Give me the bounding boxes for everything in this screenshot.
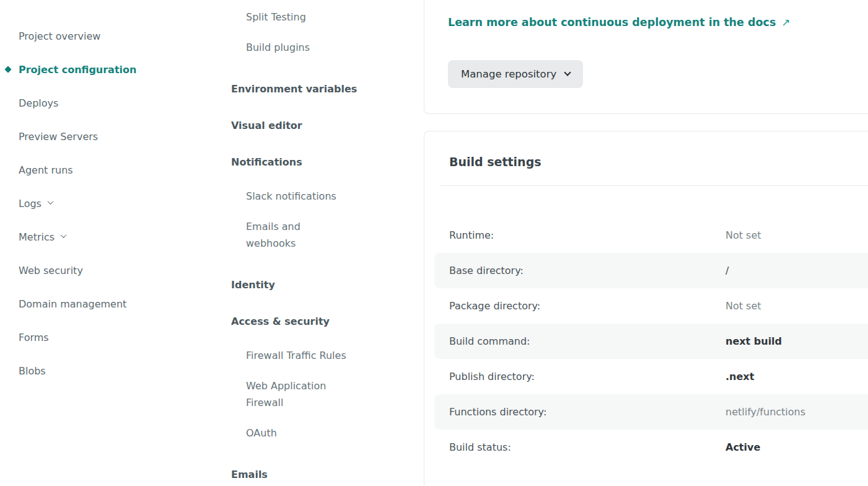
subnav-item-access-security[interactable]: Access & security (231, 313, 374, 330)
sidebar-item-metrics[interactable]: Metrics (0, 230, 221, 244)
main-content: Learn more about continuous deployment i… (424, 0, 868, 486)
table-row-build-status: Build status: Active (434, 430, 868, 465)
project-sidebar: Project overview Project configuration D… (0, 0, 221, 486)
subnav-item-firewall-traffic-rules[interactable]: Firewall Traffic Rules (246, 347, 351, 364)
docs-link[interactable]: Learn more about continuous deployment i… (448, 14, 791, 31)
subnav-item-web-application-firewall[interactable]: Web Application Firewall (246, 378, 351, 411)
row-value: / (726, 265, 729, 276)
row-label: Build command: (449, 335, 726, 347)
table-row-publish-directory: Publish directory: .next (434, 359, 868, 394)
sidebar-item-logs[interactable]: Logs (0, 197, 221, 210)
manage-repository-button-label: Manage repository (461, 68, 556, 80)
sidebar-item-label: Project configuration (19, 64, 136, 76)
row-label: Publish directory: (449, 371, 726, 382)
sidebar-item-label: Blobs (19, 365, 46, 377)
row-value: next build (726, 335, 782, 347)
sidebar-item-forms[interactable]: Forms (0, 330, 221, 344)
chevron-down-icon (47, 198, 53, 205)
chevron-down-icon (61, 232, 67, 238)
subnav-item-environment-variables[interactable]: Environment variables (231, 81, 374, 97)
row-value: netlify/functions (726, 406, 805, 418)
row-label: Functions directory: (449, 406, 726, 418)
row-label: Runtime: (449, 229, 726, 241)
table-row-package-directory: Package directory: Not set (434, 288, 868, 324)
sidebar-item-blobs[interactable]: Blobs (0, 364, 221, 378)
active-item-diamond-icon (4, 66, 11, 73)
sidebar-item-label: Metrics (19, 231, 55, 243)
table-row-build-command: Build command: next build (434, 324, 868, 359)
sidebar-item-deploys[interactable]: Deploys (0, 96, 221, 110)
subnav-item-emails-and-webhooks[interactable]: Emails and webhooks (246, 218, 351, 252)
subnav-item-split-testing[interactable]: Split Testing (246, 9, 351, 25)
sidebar-item-label: Preview Servers (19, 131, 98, 143)
card-divider (441, 185, 868, 186)
continuous-deployment-card: Learn more about continuous deployment i… (424, 0, 868, 114)
docs-link-label: Learn more about continuous deployment i… (448, 14, 776, 31)
subnav-item-slack-notifications[interactable]: Slack notifications (246, 188, 351, 205)
table-row-runtime: Runtime: Not set (434, 218, 868, 253)
sidebar-item-label: Domain management (19, 298, 126, 310)
build-settings-card: Build settings Runtime: Not set Base dir… (424, 131, 868, 486)
row-value: .next (726, 371, 754, 382)
sidebar-item-label: Agent runs (19, 164, 73, 176)
external-link-arrow-icon: ↗ (781, 14, 790, 31)
sidebar-item-project-overview[interactable]: Project overview (0, 29, 221, 43)
subnav-item-notifications[interactable]: Notifications (231, 154, 374, 170)
manage-repository-button[interactable]: Manage repository (448, 60, 583, 88)
chevron-down-icon (564, 69, 571, 76)
build-settings-table: Runtime: Not set Base directory: / Packa… (434, 218, 868, 465)
row-label: Base directory: (449, 265, 726, 276)
sidebar-item-domain-management[interactable]: Domain management (0, 297, 221, 311)
row-value: Not set (726, 300, 761, 312)
page: Project overview Project configuration D… (0, 0, 868, 486)
sidebar-item-agent-runs[interactable]: Agent runs (0, 163, 221, 177)
sidebar-item-label: Web security (19, 265, 83, 276)
table-row-base-directory: Base directory: / (434, 253, 868, 288)
subnav-item-identity[interactable]: Identity (231, 276, 374, 293)
configuration-subnav: Split Testing Build plugins Environment … (221, 0, 424, 486)
row-value: Not set (726, 229, 761, 241)
sidebar-item-label: Deploys (19, 97, 58, 109)
sidebar-item-label: Forms (19, 332, 49, 343)
sidebar-item-project-configuration[interactable]: Project configuration (0, 63, 221, 76)
row-value: Active (726, 441, 760, 453)
row-label: Build status: (449, 441, 726, 453)
sidebar-item-label: Logs (19, 198, 42, 210)
subnav-item-emails[interactable]: Emails (231, 466, 374, 483)
sidebar-item-web-security[interactable]: Web security (0, 263, 221, 277)
row-label: Package directory: (449, 300, 726, 312)
subnav-item-visual-editor[interactable]: Visual editor (231, 117, 374, 134)
sidebar-item-preview-servers[interactable]: Preview Servers (0, 130, 221, 143)
table-row-functions-directory: Functions directory: netlify/functions (434, 394, 868, 430)
build-settings-title: Build settings (449, 155, 868, 169)
subnav-item-oauth[interactable]: OAuth (246, 425, 351, 441)
sidebar-item-label: Project overview (19, 30, 100, 42)
subnav-item-build-plugins[interactable]: Build plugins (246, 39, 351, 56)
